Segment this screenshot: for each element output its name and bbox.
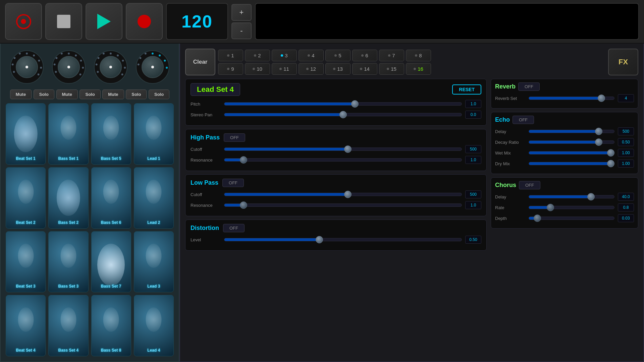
knob-3-dot [109,66,112,68]
stereo-pan-slider[interactable] [224,113,462,116]
reverb-section: Reverb OFF Reverb Set 4 [491,79,638,109]
bpm-plus-button[interactable]: + [231,4,252,21]
pad-lead-1[interactable]: Lead 1 [134,103,174,165]
knob-2[interactable] [52,50,86,84]
pad-lead-4[interactable]: Lead 4 [134,295,174,356]
solo-button-1[interactable]: Solo [34,89,54,99]
chorus-toggle[interactable]: OFF [519,181,540,189]
pattern-num-10[interactable]: 10 [245,63,270,75]
stereo-pan-row: Stereo Pan 0.0 [191,111,481,119]
pad-bass-set-1[interactable]: Bass Set 1 [48,103,88,165]
chorus-rate-slider[interactable] [529,206,614,209]
stop-button[interactable] [45,3,82,40]
pattern-num-4[interactable]: 4 [299,50,324,61]
pad-bass-set-4[interactable]: Bass Set 4 [48,295,88,356]
pad-label-beat-set-1: Beat Set 1 [16,156,36,161]
reverb-set-slider[interactable] [529,97,614,100]
pattern-num-14[interactable]: 14 [352,63,377,75]
high-pass-cutoff-slider[interactable] [224,147,462,151]
mute-button-3[interactable]: Mute [102,89,124,99]
echo-toggle[interactable]: OFF [513,116,534,124]
bpm-value: 120 [181,11,213,32]
pattern-numbers: 1 2 3 4 5 6 7 8 9 10 11 12 13 14 15 [218,50,431,75]
pattern-num-1[interactable]: 1 [218,50,243,61]
solo-button-3[interactable]: Solo [126,89,147,99]
pitch-slider[interactable] [224,102,462,106]
echo-wet-mix-value: 1.00 [618,149,634,157]
svg-point-17 [55,71,57,73]
low-pass-header: Low Pass OFF [191,179,481,187]
pattern-num-8[interactable]: 8 [406,50,431,61]
pad-lead-2[interactable]: Lead 2 [134,167,174,229]
knob-4[interactable] [136,50,169,84]
chorus-depth-slider[interactable] [529,217,614,220]
solo-button-2[interactable]: Solo [79,89,100,99]
fx-button[interactable]: FX [608,49,638,75]
clear-button[interactable]: Clear [185,49,215,75]
mute-button-1[interactable]: Mute [10,89,32,99]
pad-bass-set-7[interactable]: Bass Set 7 [91,231,131,293]
svg-point-13 [79,73,82,75]
pad-bass-set-5[interactable]: Bass Set 5 [91,103,131,165]
pattern-num-12[interactable]: 12 [299,63,324,75]
distortion-level-slider[interactable] [224,238,462,241]
low-pass-resonance-slider[interactable] [224,203,462,207]
pattern-num-11[interactable]: 11 [272,63,297,75]
chorus-delay-slider[interactable] [529,195,614,198]
record-button[interactable] [126,3,163,40]
distortion-toggle[interactable]: OFF [223,224,245,232]
solo-button-4[interactable]: Solo [149,89,169,99]
svg-point-24 [98,57,100,59]
high-pass-toggle[interactable]: OFF [224,133,245,142]
play-button[interactable] [86,3,122,40]
pattern-num-15[interactable]: 15 [379,63,404,75]
pattern-num-9[interactable]: 9 [218,63,243,75]
pad-bass-set-3[interactable]: Bass Set 3 [48,231,88,293]
svg-point-20 [122,60,124,62]
pad-bass-set-2[interactable]: Bass Set 2 [48,167,88,229]
pad-beat-set-1[interactable]: Beat Set 1 [6,103,46,165]
echo-dry-mix-slider[interactable] [529,162,614,165]
pad-bass-set-8[interactable]: Bass Set 8 [91,295,131,356]
echo-decay-slider[interactable] [529,140,614,144]
mute-button-2[interactable]: Mute [56,89,78,99]
knob-3[interactable] [94,50,127,84]
pad-beat-set-2[interactable]: Beat Set 2 [6,167,46,229]
reset-button[interactable]: RESET [452,84,481,95]
bpm-minus-button[interactable]: - [231,22,252,39]
reverb-toggle[interactable]: OFF [518,82,540,91]
low-pass-cutoff-slider[interactable] [224,193,462,196]
pad-beat-set-4[interactable]: Beat Set 4 [6,295,46,356]
echo-delay-label: Delay [495,129,525,134]
low-pass-title: Low Pass [191,179,218,186]
echo-delay-row: Delay 500 [495,127,634,135]
high-pass-resonance-slider[interactable] [224,158,462,162]
loop-button[interactable] [5,3,42,40]
svg-point-33 [138,63,140,65]
echo-delay-slider[interactable] [529,130,614,133]
low-pass-toggle[interactable]: OFF [222,179,244,187]
pattern-nums-row-1: 1 2 3 4 5 6 7 8 [218,50,431,61]
pad-bass-set-6[interactable]: Bass Set 6 [91,167,131,229]
svg-point-2 [38,60,40,62]
pattern-num-3[interactable]: 3 [272,50,297,61]
echo-wet-mix-label: Wet Mix [495,150,525,156]
knob-1[interactable] [10,50,44,84]
pattern-num-2[interactable]: 2 [245,50,270,61]
lead-set-panel: Lead Set 4 RESET Pitch 1.0 Stereo Pan [185,79,487,126]
high-pass-cutoff-label: Cutoff [191,147,221,152]
knob-1-container [10,50,44,84]
pattern-num-5[interactable]: 5 [325,50,351,61]
pattern-num-16[interactable]: 16 [406,63,431,75]
pattern-num-6[interactable]: 6 [352,50,377,61]
pad-lead-3[interactable]: Lead 3 [134,231,174,293]
chorus-delay-label: Delay [495,194,525,199]
pattern-num-13[interactable]: 13 [325,63,351,75]
echo-wet-mix-slider[interactable] [529,151,614,155]
pattern-num-7[interactable]: 7 [379,50,404,61]
pad-beat-set-3[interactable]: Beat Set 3 [6,231,46,293]
svg-point-26 [97,71,99,73]
high-pass-panel: High Pass OFF Cutoff 500 Resonance [185,129,487,171]
pitch-value: 1.0 [465,100,481,108]
high-pass-cutoff-value: 500 [465,145,481,153]
